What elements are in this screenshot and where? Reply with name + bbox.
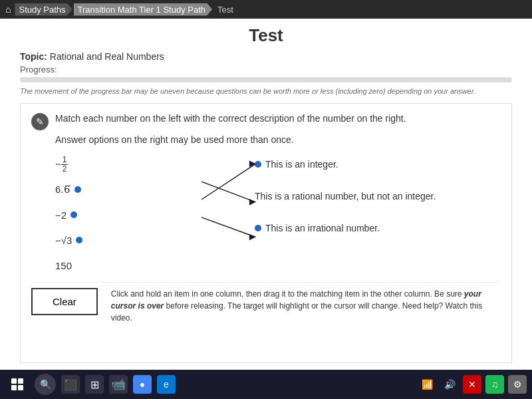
left-item-0[interactable]: −12 [55,154,135,174]
topic-label: Topic: [20,51,47,62]
breadcrumb-transition-math[interactable]: Transition Math Tier 1 Study Path [74,3,212,16]
chrome-button[interactable]: ● [133,375,152,394]
question-header: ✎ Match each number on the left with the… [31,112,501,130]
page-title: Test [20,25,512,46]
left-item-4[interactable]: 150 [55,255,135,275]
breadcrumb-study-paths[interactable]: Study Paths [15,3,72,16]
spotify-icon[interactable]: ♫ [485,375,504,394]
instructions-prefix: Click and hold an item in one column, th… [111,289,464,299]
left-column: −12 6.6̅ −2 −√3 [55,154,135,275]
right-dot-0 [255,161,261,168]
right-item-0[interactable]: This is an integer. [255,154,436,174]
search-button[interactable]: 🔍 [35,374,56,395]
wifi-icon[interactable]: 📶 [418,375,436,394]
task-view-button[interactable]: ⬛ [61,375,80,394]
left-dot-2 [70,211,77,218]
left-item-2[interactable]: −2 [55,205,135,225]
right-dot-2 [255,225,261,231]
left-label-4: 150 [55,260,72,271]
svg-line-1 [201,164,255,200]
left-item-1[interactable]: 6.6̅ [55,180,135,200]
pencil-icon: ✎ [31,113,49,130]
right-label-1: This is a rational number, but not an in… [255,191,436,201]
breadcrumb-test[interactable]: Test [213,3,240,16]
windows-logo-icon [11,378,23,390]
settings-icon[interactable]: ⚙ [508,375,527,394]
progress-bar [20,77,512,82]
content-panel: Test Topic: Rational and Real Numbers Pr… [0,19,532,370]
bottom-area: Clear Click and hold an item in one colu… [31,282,501,324]
taskbar: 🔍 ⬛ ⊞ 📹 ● e 📶 🔊 ✕ ♫ ⚙ [0,370,532,399]
right-item-1[interactable]: This is a rational number, but not an in… [255,186,436,206]
svg-line-0 [201,182,255,203]
edge-icon: e [164,379,169,390]
search-icon: 🔍 [40,379,51,390]
nav-bar: ⌂ Study Paths Transition Math Tier 1 Stu… [0,0,532,19]
cancel-icon[interactable]: ✕ [463,375,481,394]
right-column: This is an integer. This is a rational n… [255,154,436,275]
clear-button[interactable]: Clear [31,288,98,315]
widgets-icon: ⊞ [90,378,99,391]
widgets-button[interactable]: ⊞ [85,375,104,394]
instructions-suffix: before releasing. The target will highli… [111,301,482,323]
windows-start-button[interactable] [5,372,29,396]
svg-line-2 [201,217,255,237]
left-label-2: −2 [55,209,66,221]
answer-note: Answer options on the right may be used … [55,134,501,145]
left-item-3[interactable]: −√3 [55,230,135,250]
left-label-0: −12 [55,156,68,174]
sound-icon[interactable]: 🔊 [440,375,459,394]
matching-area: −12 6.6̅ −2 −√3 [55,154,501,275]
main-content: Test Topic: Rational and Real Numbers Pr… [0,19,532,370]
question-text: Match each number on the left with the c… [55,112,406,126]
progress-label: Progress: [20,65,512,74]
teams-button[interactable]: 📹 [109,375,128,394]
chrome-icon: ● [140,379,145,390]
teams-icon: 📹 [111,377,126,392]
breadcrumb: Study Paths Transition Math Tier 1 Study… [15,3,241,16]
right-label-2: This is an irrational number. [265,223,380,233]
right-label-0: This is an integer. [265,159,338,170]
system-tray: 📶 🔊 ✕ ♫ ⚙ [418,375,527,394]
topic-line: Topic: Rational and Real Numbers [20,51,512,62]
topic-value: Rational and Real Numbers [50,51,164,62]
left-label-1: 6.6̅ [55,184,70,196]
instructions-text: Click and hold an item in one column, th… [111,288,501,324]
question-area: ✎ Match each number on the left with the… [20,103,512,363]
task-view-icon: ⬛ [64,378,77,391]
left-label-3: −√3 [55,235,72,246]
home-icon[interactable]: ⌂ [5,4,11,15]
left-dot-1 [74,186,81,193]
progress-note: The movement of the progress bar may be … [20,86,512,96]
left-dot-3 [76,237,82,243]
edge-button[interactable]: e [157,375,176,394]
right-item-2[interactable]: This is an irrational number. [255,218,436,238]
